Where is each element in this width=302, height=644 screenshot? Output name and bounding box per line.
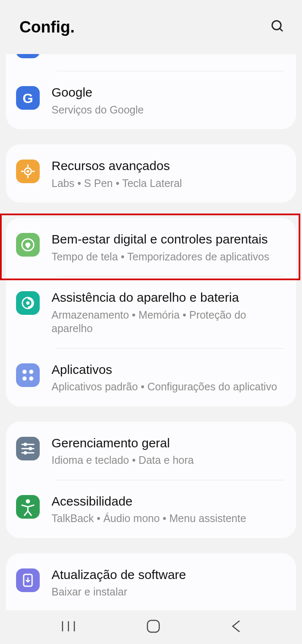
settings-item-accessibility[interactable]: AcessibilidadeTalkBack • Áudio mono • Me… <box>6 480 296 538</box>
svg-point-19 <box>22 370 27 374</box>
item-text: Recursos avançadosLabs • S Pen • Tecla L… <box>52 157 286 190</box>
settings-group: Atualização de softwareBaixar e instalar <box>6 553 296 611</box>
item-subtitle: Labs • S Pen • Tecla Lateral <box>52 176 286 190</box>
item-subtitle: Serviços do Google <box>52 103 286 117</box>
page-title: Config. <box>19 18 75 36</box>
settings-item-wellbeing[interactable]: Bem-estar digital e controles parentaisT… <box>6 218 296 276</box>
item-title: Bem-estar digital e controles parentais <box>52 231 286 247</box>
svg-point-27 <box>24 443 27 446</box>
general-icon <box>16 437 40 460</box>
search-icon[interactable] <box>270 19 285 35</box>
header: Config. <box>0 0 302 54</box>
back-button[interactable] <box>230 619 242 635</box>
settings-group: Bem-estar digital e controles parentaisT… <box>6 218 296 406</box>
item-title: Gerenciamento geral <box>52 435 286 451</box>
svg-rect-38 <box>147 620 159 632</box>
settings-group: Gerenciamento geralIdioma e teclado • Da… <box>6 422 296 538</box>
svg-point-29 <box>24 451 27 455</box>
item-title: Assistência do aparelho e bateria <box>52 290 286 306</box>
item-text: GoogleServiços do Google <box>52 84 286 116</box>
svg-point-22 <box>29 376 33 381</box>
item-subtitle: Aplicativos padrão • Configurações do ap… <box>52 380 286 394</box>
svg-rect-2 <box>16 54 40 58</box>
item-text: AcessibilidadeTalkBack • Áudio mono • Me… <box>52 492 286 525</box>
item-text: Atualização de softwareBaixar e instalar <box>52 566 286 599</box>
svg-rect-18 <box>16 363 40 387</box>
svg-point-20 <box>29 370 33 374</box>
settings-list: Gerenciar contas • Smart SwitchGGoogleSe… <box>0 54 302 610</box>
item-subtitle: Tempo de tela • Temporizadores de aplica… <box>52 250 286 264</box>
item-title: Atualização de software <box>52 567 286 583</box>
item-title: Acessibilidade <box>52 493 286 509</box>
navigation-bar <box>0 610 302 644</box>
settings-item-accounts[interactable]: Gerenciar contas • Smart Switch <box>6 54 296 71</box>
settings-item-general[interactable]: Gerenciamento geralIdioma e teclado • Da… <box>6 422 296 480</box>
item-title: Google <box>52 84 286 100</box>
svg-point-28 <box>29 447 32 450</box>
svg-point-21 <box>22 376 27 381</box>
accessibility-icon <box>16 495 40 519</box>
item-text: AplicativosAplicativos padrão • Configur… <box>52 361 286 394</box>
apps-icon <box>16 363 40 387</box>
svg-point-31 <box>26 499 30 503</box>
svg-point-12 <box>27 170 29 173</box>
settings-item-apps[interactable]: AplicativosAplicativos padrão • Configur… <box>6 348 296 406</box>
update-icon <box>16 568 40 592</box>
wellbeing-icon <box>16 233 40 257</box>
item-title: Recursos avançados <box>52 158 286 174</box>
item-text: Gerenciamento geralIdioma e teclado • Da… <box>52 434 286 467</box>
settings-item-devicecare[interactable]: Assistência do aparelho e bateriaArmazen… <box>6 276 296 348</box>
recents-button[interactable] <box>60 620 77 634</box>
item-title: Aplicativos <box>52 362 286 378</box>
settings-group: Gerenciar contas • Smart SwitchGGoogleSe… <box>6 54 296 129</box>
item-subtitle: Baixar e instalar <box>52 585 286 599</box>
advanced-icon <box>16 160 40 183</box>
devicecare-icon <box>16 291 40 315</box>
item-text: Assistência do aparelho e bateriaArmazen… <box>52 289 286 336</box>
svg-point-17 <box>26 301 30 305</box>
settings-item-advanced[interactable]: Recursos avançadosLabs • S Pen • Tecla L… <box>6 144 296 203</box>
item-subtitle: Idioma e teclado • Data e hora <box>52 453 286 467</box>
settings-item-google[interactable]: GGoogleServiços do Google <box>6 71 296 129</box>
item-subtitle: Armazenamento • Memória • Proteção do ap… <box>52 308 286 336</box>
settings-item-update[interactable]: Atualização de softwareBaixar e instalar <box>6 553 296 611</box>
svg-text:G: G <box>23 91 33 106</box>
svg-point-0 <box>272 21 281 30</box>
accounts-icon <box>16 54 40 58</box>
svg-line-1 <box>280 28 283 31</box>
google-icon: G <box>16 86 40 110</box>
settings-group: Recursos avançadosLabs • S Pen • Tecla L… <box>6 144 296 203</box>
home-button[interactable] <box>146 619 161 635</box>
item-subtitle: TalkBack • Áudio mono • Menu assistente <box>52 511 286 525</box>
item-text: Bem-estar digital e controles parentaisT… <box>52 230 286 263</box>
